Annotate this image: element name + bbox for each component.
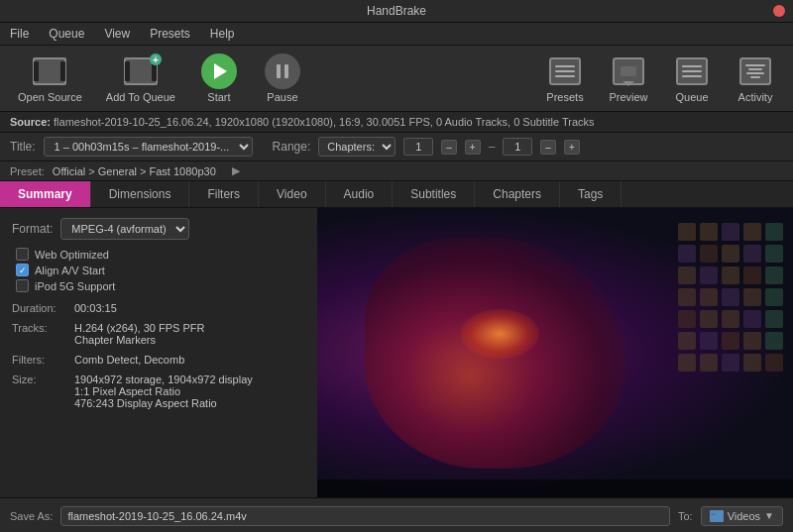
range-label: Range: xyxy=(273,140,311,154)
checkbox-web-optimized-box[interactable] xyxy=(16,248,29,261)
start-minus-btn[interactable]: – xyxy=(441,140,457,155)
tracks-section: Tracks: H.264 (x264), 30 FPS PFR Chapter… xyxy=(12,322,305,346)
preset-arrow-icon: ▶ xyxy=(232,164,240,177)
desktop-icon xyxy=(678,354,696,372)
end-minus-btn[interactable]: – xyxy=(540,140,556,155)
menu-file[interactable]: File xyxy=(6,25,33,43)
preview-button[interactable]: Preview xyxy=(599,50,658,107)
desktop-icon xyxy=(722,354,739,372)
desktop-icon xyxy=(722,266,739,284)
queue-icon xyxy=(674,53,710,89)
tab-subtitles[interactable]: Subtitles xyxy=(393,181,475,207)
open-source-icon xyxy=(32,53,67,89)
tracks-row: Tracks: H.264 (x264), 30 FPS PFR Chapter… xyxy=(12,322,305,346)
preset-value: Official > General > Fast 1080p30 xyxy=(53,165,216,177)
save-as-input[interactable] xyxy=(60,506,670,526)
size-label: Size: xyxy=(12,373,66,409)
desktop-icon xyxy=(678,223,696,241)
duration-row: Duration: 00:03:15 xyxy=(12,302,305,314)
desktop-icon xyxy=(678,332,696,350)
destination-dropdown-icon: ▼ xyxy=(764,510,774,521)
desktop-icon xyxy=(722,245,739,263)
tab-filters[interactable]: Filters xyxy=(189,181,259,207)
source-text: flameshot-2019-10-25_16.06.24, 1920x1080… xyxy=(54,116,594,128)
open-source-button[interactable]: Open Source xyxy=(8,50,92,107)
glow-effect xyxy=(460,309,539,359)
size-row: Size: 1904x972 storage, 1904x972 display… xyxy=(12,373,305,409)
desktop-icon xyxy=(700,245,718,263)
menu-help[interactable]: Help xyxy=(206,25,239,43)
tab-summary[interactable]: Summary xyxy=(0,181,91,207)
queue-button[interactable]: Queue xyxy=(662,50,722,107)
duration-section: Duration: 00:03:15 xyxy=(12,302,305,314)
title-bar: HandBrake xyxy=(0,0,793,23)
range-select[interactable]: Chapters: xyxy=(318,137,396,157)
checkbox-ipod[interactable]: iPod 5G Support xyxy=(16,279,305,292)
desktop-icon xyxy=(700,354,718,372)
range-dash: – xyxy=(489,140,496,154)
format-label: Format: xyxy=(12,222,53,236)
start-plus-btn[interactable]: + xyxy=(465,140,481,155)
checkbox-web-optimized[interactable]: Web Optimized xyxy=(16,248,305,261)
desktop-icon xyxy=(700,223,718,241)
preview-label: Preview xyxy=(609,91,647,103)
tab-video[interactable]: Video xyxy=(259,181,325,207)
duration-value: 00:03:15 xyxy=(74,302,117,314)
left-panel: Format: MPEG-4 (avformat) Web Optimized … xyxy=(0,208,317,497)
pause-button[interactable]: Pause xyxy=(253,50,312,107)
bottom-bar: Save As: To: Videos ▼ xyxy=(0,497,793,532)
presets-label: Presets xyxy=(546,91,583,103)
filters-section: Filters: Comb Detect, Decomb xyxy=(12,354,305,366)
desktop-icon xyxy=(678,266,696,284)
tab-chapters[interactable]: Chapters xyxy=(475,181,560,207)
main-content: Format: MPEG-4 (avformat) Web Optimized … xyxy=(0,208,793,497)
tab-tags[interactable]: Tags xyxy=(560,181,622,207)
pause-icon xyxy=(265,53,300,89)
format-select[interactable]: MPEG-4 (avformat) xyxy=(60,218,189,240)
menu-presets[interactable]: Presets xyxy=(146,25,194,43)
activity-icon xyxy=(737,53,773,89)
filters-label: Filters: xyxy=(12,354,66,366)
desktop-icon xyxy=(743,245,761,263)
activity-button[interactable]: Activity xyxy=(726,50,785,107)
presets-button[interactable]: Presets xyxy=(535,50,595,107)
checkbox-align-av-box[interactable] xyxy=(16,264,29,276)
checkbox-ipod-box[interactable] xyxy=(16,279,29,292)
start-icon xyxy=(201,53,237,89)
toolbar: Open Source + Add To Queue Start Pause xyxy=(0,46,793,112)
title-row: Title: 1 – 00h03m15s – flameshot-2019-..… xyxy=(0,133,793,161)
destination-button[interactable]: Videos ▼ xyxy=(701,506,783,526)
close-button[interactable] xyxy=(773,5,785,17)
tracks-label: Tracks: xyxy=(12,322,66,346)
desktop-icon xyxy=(765,332,783,350)
desktop-icon xyxy=(722,223,739,241)
add-to-queue-button[interactable]: + Add To Queue xyxy=(96,50,185,107)
open-source-label: Open Source xyxy=(18,91,82,103)
end-chapter-input[interactable]: 1 xyxy=(503,138,532,156)
save-as-label: Save As: xyxy=(10,510,53,522)
source-bar: Source: flameshot-2019-10-25_16.06.24, 1… xyxy=(0,112,793,133)
checkbox-group: Web Optimized Align A/V Start iPod 5G Su… xyxy=(16,248,305,292)
desktop-icons-grid xyxy=(678,223,783,372)
add-queue-icon: + xyxy=(123,53,159,89)
activity-label: Activity xyxy=(738,91,773,103)
pause-label: Pause xyxy=(267,91,297,103)
destination-label: Videos xyxy=(728,510,760,522)
title-select[interactable]: 1 – 00h03m15s – flameshot-2019-... xyxy=(44,137,253,157)
tab-audio[interactable]: Audio xyxy=(326,181,394,207)
to-label: To: xyxy=(678,510,693,522)
start-chapter-input[interactable]: 1 xyxy=(403,138,433,156)
add-queue-label: Add To Queue xyxy=(106,91,175,103)
tracks-value: H.264 (x264), 30 FPS PFR Chapter Markers xyxy=(74,322,204,346)
menu-queue[interactable]: Queue xyxy=(45,25,88,43)
desktop-icon xyxy=(765,288,783,306)
menu-view[interactable]: View xyxy=(100,25,134,43)
queue-label: Queue xyxy=(675,91,708,103)
start-button[interactable]: Start xyxy=(189,50,249,107)
checkbox-align-av[interactable]: Align A/V Start xyxy=(16,264,305,276)
tab-dimensions[interactable]: Dimensions xyxy=(91,181,190,207)
desktop-icon xyxy=(722,288,739,306)
start-label: Start xyxy=(207,91,230,103)
end-plus-btn[interactable]: + xyxy=(564,140,580,155)
desktop-icon xyxy=(743,310,761,328)
